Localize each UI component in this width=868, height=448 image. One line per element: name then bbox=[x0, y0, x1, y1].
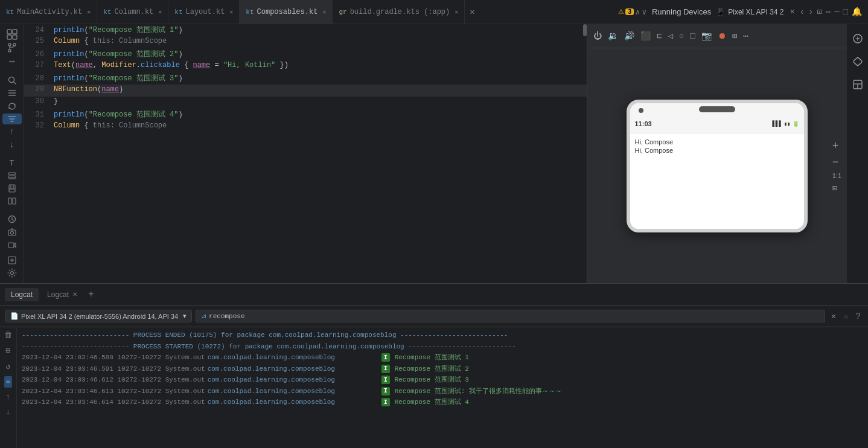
logcat-down2-icon[interactable]: ↓ bbox=[5, 406, 12, 418]
home-icon[interactable]: ○ bbox=[678, 30, 685, 42]
tab-composables[interactable]: kt Composables.kt ✕ bbox=[240, 0, 333, 24]
logcat-filter-area[interactable]: ⊿ recompose bbox=[196, 310, 825, 322]
tab-close-mainactivity[interactable]: ✕ bbox=[87, 8, 91, 16]
logcat-clear-icon[interactable]: ✕ bbox=[829, 310, 838, 322]
power-icon[interactable]: ⏻ bbox=[592, 30, 603, 42]
sidebar-git-icon[interactable] bbox=[2, 42, 22, 53]
scrollbar-thumb bbox=[583, 24, 587, 36]
tab-build[interactable]: gr build.gradle.kts (:app) ✕ bbox=[333, 0, 465, 24]
right-layout-icon[interactable] bbox=[848, 75, 867, 94]
sidebar-project-icon[interactable] bbox=[2, 29, 22, 40]
sidebar-format-icon[interactable]: T bbox=[2, 158, 22, 168]
line-num-26: 26 bbox=[24, 50, 51, 59]
line-content-31: println("Recompose 范围测试 4") bbox=[51, 109, 587, 120]
warning-badge[interactable]: ⚠ 3 ∧ ∨ bbox=[618, 8, 647, 16]
tab-label-layout: Layout.kt bbox=[186, 8, 225, 16]
log-msg-2: Recompose 范围测试 2 bbox=[395, 364, 469, 374]
phone-time: 11:03 bbox=[635, 120, 652, 127]
volume-up-icon[interactable]: 🔊 bbox=[623, 30, 636, 42]
tab-layout[interactable]: kt Layout.kt ✕ bbox=[168, 0, 240, 24]
sidebar-list-icon[interactable] bbox=[2, 170, 22, 181]
line-num-31: 31 bbox=[24, 110, 51, 119]
tab-close-btn[interactable]: ✕ bbox=[465, 0, 479, 24]
pixel-tab-close[interactable]: ✕ bbox=[790, 8, 795, 16]
sidebar-event-icon[interactable] bbox=[2, 255, 22, 265]
more-options-icon[interactable]: ⋯ bbox=[826, 7, 831, 17]
svg-rect-2 bbox=[7, 35, 11, 39]
tab-close-layout[interactable]: ✕ bbox=[229, 8, 233, 16]
fold-icon[interactable]: ⊏ bbox=[656, 30, 663, 42]
phone-frame[interactable]: 11:03 ▋▋▋ ▮▮ 🔋 Hi, Compose Hi, Compose bbox=[627, 100, 808, 232]
code-line-31: 31 println("Recompose 范围测试 4") bbox=[24, 109, 587, 121]
log-separator-ended-text: --------------------------- PROCESS ENDE… bbox=[22, 330, 508, 341]
zoom-in-icon[interactable]: + bbox=[832, 139, 841, 152]
back-icon[interactable]: ◁ bbox=[666, 30, 674, 42]
logcat-refresh2-icon[interactable]: ↺ bbox=[5, 360, 12, 373]
log-msg-1: Recompose 范围测试 1 bbox=[395, 353, 469, 363]
notification-icon[interactable]: 🔔 bbox=[852, 7, 862, 17]
sidebar-camera-icon[interactable] bbox=[2, 227, 22, 237]
tab-mainactivity[interactable]: kt MainActivity.kt ✕ bbox=[0, 0, 97, 24]
logcat-output[interactable]: --------------------------- PROCESS ENDE… bbox=[17, 327, 868, 448]
overview-icon[interactable]: □ bbox=[689, 30, 696, 42]
line-num-25: 25 bbox=[24, 37, 51, 45]
logcat-up2-icon[interactable]: ↑ bbox=[5, 391, 12, 403]
sidebar-history-icon[interactable] bbox=[2, 214, 22, 224]
sidebar-settings-icon[interactable] bbox=[2, 268, 22, 278]
signal-icon: ▮▮ bbox=[784, 121, 791, 127]
main-area: ⋯ bbox=[0, 24, 868, 283]
sidebar-filter-icon[interactable] bbox=[2, 114, 22, 124]
logcat-tab-1[interactable]: Logcat bbox=[5, 288, 39, 301]
window-icon[interactable]: ⊡ bbox=[817, 7, 822, 17]
logcat-add-tab[interactable]: + bbox=[86, 289, 97, 300]
battery-icon: 🔋 bbox=[793, 121, 799, 127]
logcat-content-area: 🗑 ⊟ ↺ ≡ ↑ ↓ --------------------------- … bbox=[0, 327, 868, 448]
log-pkg-3: com.coolpad.learning.composeblog bbox=[208, 375, 377, 385]
record-icon[interactable]: ⏺ bbox=[716, 30, 727, 42]
tab-column[interactable]: kt Column.kt ✕ bbox=[97, 0, 168, 24]
logcat-filter2-icon[interactable]: ⊟ bbox=[5, 345, 12, 357]
logcat-trash-icon[interactable]: 🗑 bbox=[3, 330, 13, 341]
emu-more-icon[interactable]: ⋯ bbox=[742, 30, 749, 42]
svg-rect-0 bbox=[7, 30, 11, 34]
sidebar-down-icon[interactable]: ↓ bbox=[2, 139, 22, 150]
logcat-device-selector[interactable]: 📄 Pixel XL API 34 2 (emulator-5556) Andr… bbox=[5, 310, 192, 322]
log-level-2: I bbox=[381, 365, 390, 373]
pixel-device-tab[interactable]: 📱 Pixel XL API 34 2 ✕ bbox=[716, 8, 794, 16]
logcat-tab-2[interactable]: Logcat ✕ bbox=[41, 288, 83, 301]
fit-screen-icon[interactable]: ⊡ bbox=[832, 182, 841, 193]
chevron-left-icon[interactable]: ‹ bbox=[800, 7, 805, 17]
sidebar-more-icon[interactable]: ⋯ bbox=[2, 56, 22, 68]
logcat-tab-2-close[interactable]: ✕ bbox=[72, 291, 77, 298]
logcat-toolbar-right: ✕ ☆ ? bbox=[829, 310, 863, 322]
phone-screen[interactable]: Hi, Compose Hi, Compose bbox=[630, 133, 804, 229]
svg-rect-12 bbox=[8, 176, 16, 178]
fold-vert-icon[interactable]: ⊞ bbox=[731, 30, 738, 42]
right-gemini-icon[interactable] bbox=[848, 52, 867, 71]
minimize-icon[interactable]: ─ bbox=[834, 7, 839, 17]
sidebar-up-icon[interactable]: ↑ bbox=[2, 127, 22, 137]
tab-close-column[interactable]: ✕ bbox=[158, 8, 162, 16]
volume-down-icon[interactable]: 🔉 bbox=[607, 30, 619, 42]
sidebar-search-icon[interactable] bbox=[2, 75, 22, 85]
code-area[interactable]: 24 println("Recompose 范围测试 1") 25 Column… bbox=[24, 24, 587, 283]
sidebar-split-icon[interactable] bbox=[2, 196, 22, 206]
logcat-list-icon[interactable]: ≡ bbox=[4, 376, 13, 388]
chevron-right-icon[interactable]: › bbox=[808, 7, 813, 17]
log-entry-3: 2023-12-04 23:03:46.612 10272-10272 Syst… bbox=[17, 374, 868, 386]
sidebar-structure-icon[interactable] bbox=[2, 88, 22, 98]
tab-close-composables[interactable]: ✕ bbox=[322, 8, 326, 16]
maximize-icon[interactable]: □ bbox=[843, 7, 848, 17]
tab-close-build[interactable]: ✕ bbox=[455, 8, 458, 16]
logcat-star-icon[interactable]: ☆ bbox=[841, 310, 850, 322]
right-ai-icon[interactable] bbox=[848, 29, 867, 48]
kotlin-file-icon: kt bbox=[6, 8, 14, 16]
zoom-out-icon[interactable]: − bbox=[832, 155, 841, 168]
kotlin-file-icon-3: kt bbox=[174, 8, 182, 16]
sidebar-bookmark-icon[interactable] bbox=[2, 183, 22, 193]
screenshot-icon[interactable]: 📷 bbox=[700, 30, 713, 42]
sidebar-video-icon[interactable] bbox=[2, 240, 22, 250]
rotate-icon[interactable]: ⬛ bbox=[639, 30, 652, 42]
logcat-help-icon[interactable]: ? bbox=[854, 310, 863, 322]
sidebar-refresh-icon[interactable] bbox=[2, 101, 22, 111]
